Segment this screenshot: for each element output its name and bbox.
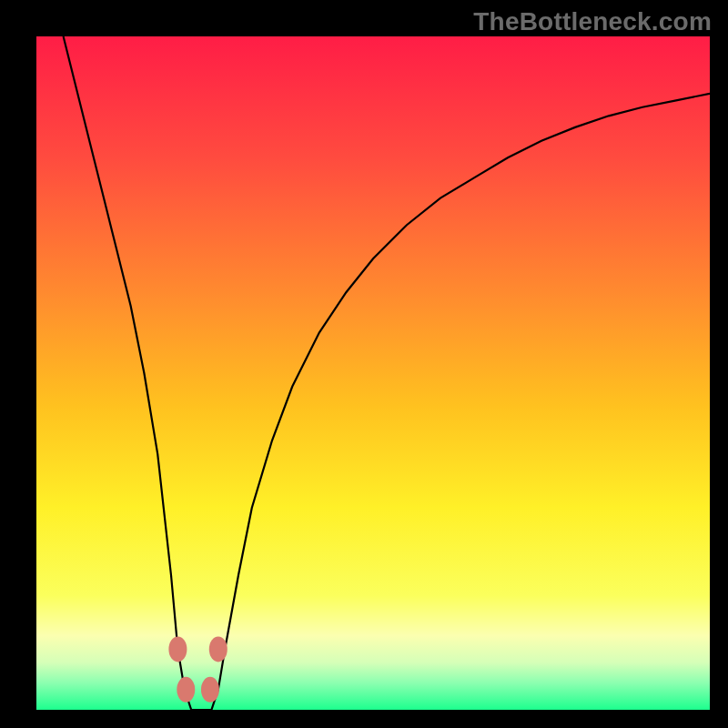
marker-dot: [209, 636, 228, 662]
gradient-background: [36, 36, 710, 710]
plot-area: [36, 36, 710, 710]
marker-dot: [177, 677, 195, 703]
watermark-label: TheBottleneck.com: [473, 7, 712, 36]
marker-dot: [168, 636, 187, 662]
chart-frame: TheBottleneck.com: [0, 0, 728, 728]
marker-dot: [201, 677, 219, 703]
chart-canvas: [36, 36, 710, 710]
